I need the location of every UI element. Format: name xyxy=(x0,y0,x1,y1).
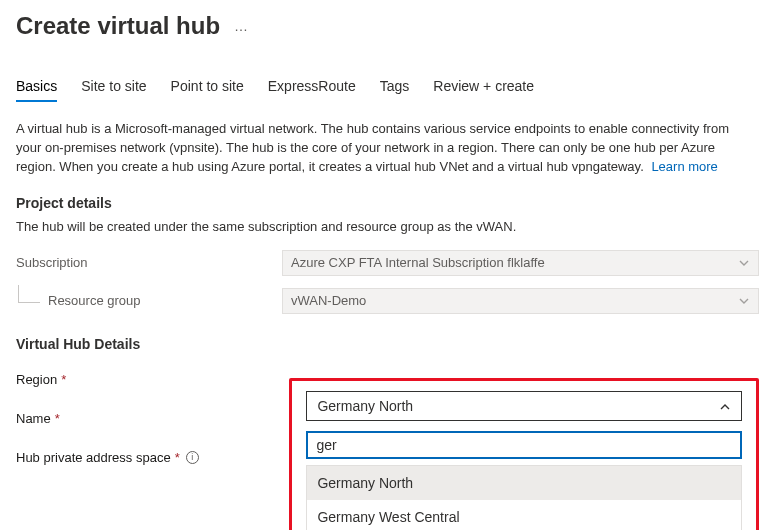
description-text: A virtual hub is a Microsoft-managed vir… xyxy=(16,120,756,177)
tab-tags[interactable]: Tags xyxy=(380,78,410,102)
tab-point-to-site[interactable]: Point to site xyxy=(171,78,244,102)
name-label: Name* xyxy=(16,411,282,426)
subscription-value: Azure CXP FTA Internal Subscription flkl… xyxy=(291,255,545,270)
region-dropdown[interactable]: Germany North xyxy=(306,391,742,421)
tab-site-to-site[interactable]: Site to site xyxy=(81,78,146,102)
tab-bar: BasicsSite to sitePoint to siteExpressRo… xyxy=(16,78,759,102)
chevron-down-icon xyxy=(738,257,750,269)
tab-review-create[interactable]: Review + create xyxy=(433,78,534,102)
region-options-list: Germany NorthGermany West Central xyxy=(306,465,742,530)
tab-basics[interactable]: Basics xyxy=(16,78,57,102)
virtual-hub-heading: Virtual Hub Details xyxy=(16,336,759,352)
resource-group-value: vWAN-Demo xyxy=(291,293,366,308)
resource-group-label-text: Resource group xyxy=(48,293,141,308)
region-option[interactable]: Germany West Central xyxy=(307,500,741,530)
region-label: Region* xyxy=(16,372,282,387)
region-dropdown-highlight: Germany North Germany NorthGermany West … xyxy=(289,378,759,530)
region-selected-value: Germany North xyxy=(317,398,413,414)
page-title: Create virtual hub xyxy=(16,12,220,40)
resource-group-dropdown[interactable]: vWAN-Demo xyxy=(282,288,759,314)
region-search-input[interactable] xyxy=(306,431,742,459)
subscription-label: Subscription xyxy=(16,255,282,270)
address-space-label: Hub private address space* i xyxy=(16,450,282,465)
project-details-sub: The hub will be created under the same s… xyxy=(16,219,759,234)
region-option[interactable]: Germany North xyxy=(307,466,741,500)
more-icon[interactable]: … xyxy=(234,18,250,34)
subscription-dropdown[interactable]: Azure CXP FTA Internal Subscription flkl… xyxy=(282,250,759,276)
resource-group-label: Resource group xyxy=(16,293,282,308)
chevron-up-icon xyxy=(719,400,731,412)
hierarchy-indent-icon xyxy=(18,285,40,303)
name-label-text: Name xyxy=(16,411,51,426)
required-indicator: * xyxy=(61,372,66,387)
required-indicator: * xyxy=(175,450,180,465)
chevron-down-icon xyxy=(738,295,750,307)
info-icon[interactable]: i xyxy=(186,451,199,464)
tab-expressroute[interactable]: ExpressRoute xyxy=(268,78,356,102)
address-space-label-text: Hub private address space xyxy=(16,450,171,465)
learn-more-link[interactable]: Learn more xyxy=(651,159,717,174)
region-label-text: Region xyxy=(16,372,57,387)
required-indicator: * xyxy=(55,411,60,426)
project-details-heading: Project details xyxy=(16,195,759,211)
description-body: A virtual hub is a Microsoft-managed vir… xyxy=(16,121,729,174)
